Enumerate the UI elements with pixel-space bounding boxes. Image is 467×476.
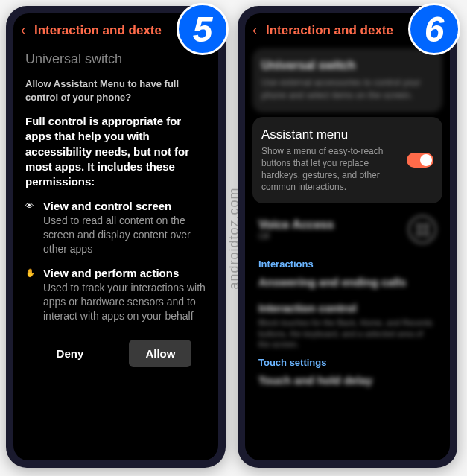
blurred-title: Universal switch — [261, 59, 433, 72]
back-icon[interactable]: ‹ — [252, 22, 257, 38]
answering-calls-blurred: Answering and ending calls — [245, 273, 450, 288]
step-badge-6: 6 — [408, 3, 460, 55]
assistant-menu-toggle[interactable] — [407, 153, 433, 168]
interaction-control-blurred: Interaction control Block touches for th… — [245, 299, 450, 349]
section-interactions: Interactions — [245, 251, 450, 273]
touch-hold-delay-blurred: Touch and hold delay — [245, 371, 450, 387]
permission-title: View and perform actions — [43, 267, 206, 279]
assistant-menu-desc: Show a menu of easy-to-reach buttons tha… — [261, 145, 399, 194]
blurred-item-desc: Block touches for the Back, Home, and Re… — [258, 317, 436, 349]
permission-dialog: Allow Assistant Menu to have full contro… — [13, 72, 218, 378]
voice-access-title: Voice Access — [258, 218, 334, 232]
phone-step-5: 5 ‹ Interaction and dexte Universal swit… — [6, 6, 226, 468]
dialog-question: Allow Assistant Menu to have full contro… — [25, 77, 206, 104]
dialog-buttons: Deny Allow — [25, 334, 206, 378]
deny-button[interactable]: Deny — [40, 340, 101, 367]
header-title: Interaction and dexte — [34, 23, 162, 38]
blurred-item-title: Interaction control — [258, 302, 436, 314]
hand-icon: ✋ — [25, 267, 36, 323]
header-title: Interaction and dexte — [266, 23, 393, 38]
blurred-item-title: Answering and ending calls — [258, 276, 436, 288]
blurred-item-title: Touch and hold delay — [258, 374, 436, 387]
permission-perform-actions: ✋ View and perform actions Used to track… — [25, 267, 206, 323]
permission-desc: Used to track your interactions with app… — [43, 281, 206, 323]
assistant-fab-icon[interactable] — [408, 215, 436, 244]
assistant-menu-title: Assistant menu — [261, 127, 399, 142]
permission-desc: Used to read all content on the screen a… — [43, 214, 206, 256]
permission-title: View and control screen — [43, 200, 206, 212]
back-icon[interactable]: ‹ — [21, 22, 25, 38]
blurred-desc: Use external accessories to control your… — [261, 77, 433, 102]
dialog-intro: Full control is appropriate for apps tha… — [25, 114, 206, 189]
assistant-menu-card[interactable]: Assistant menu Show a menu of easy-to-re… — [252, 117, 442, 204]
phone-step-6: 6 ‹ Interaction and dexte Universal swit… — [238, 6, 457, 468]
allow-button[interactable]: Allow — [129, 340, 191, 367]
voice-access-sub: Off — [258, 232, 334, 241]
step-badge-5: 5 — [177, 3, 229, 55]
voice-access-row-blurred: Voice Access Off — [245, 208, 450, 251]
permission-view-control: 👁 View and control screen Used to read a… — [25, 200, 206, 256]
eye-icon: 👁 — [25, 200, 36, 256]
universal-switch-card-blurred: Universal switch Use external accessorie… — [252, 48, 442, 112]
watermark: androidtoz.com — [226, 187, 241, 289]
section-touch-settings: Touch settings — [245, 349, 450, 371]
